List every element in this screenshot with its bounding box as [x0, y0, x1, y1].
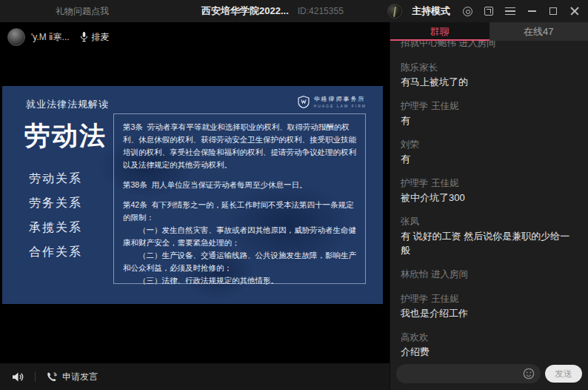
chat-message-text: 被中介坑了300 — [401, 191, 578, 205]
chat-system-text: 招就中心鲍伟 进入房间 — [401, 41, 578, 50]
chat-input-bar: 发送 — [390, 362, 588, 390]
slide-menu-item: 劳动关系 — [29, 172, 82, 185]
chat-message-text: 有 — [401, 113, 578, 128]
streamer-avatar[interactable] — [7, 28, 25, 46]
record-icon[interactable] — [461, 5, 473, 17]
chat-panel: 群聊 在线47 有乔文锐 进入房间招就中心鲍伟 进入房间陈乐家长有马上被坑了的护… — [390, 22, 588, 390]
gift-notice-link[interactable]: 礼物问题点我 — [56, 5, 109, 18]
logo-text-en: HUAGE LAW FIRM — [314, 104, 367, 108]
streamer-name: 'y.M ⅱ寒... — [31, 31, 70, 44]
minimize-button[interactable] — [526, 5, 538, 17]
maximize-button[interactable] — [547, 5, 559, 17]
speaker-icon — [12, 371, 24, 383]
video-stage: 'y.M ⅱ寒... 排麦 就业法律法规解读 — [0, 22, 390, 390]
microphone-icon — [80, 32, 88, 42]
chat-username: 高欢欢 — [401, 331, 578, 345]
chat-username: 张凤 — [401, 215, 578, 229]
law-article-line: 第3条 劳动者享有平等就业和选择职业的权利、取得劳动报酬的权利、休息休假的权利、… — [123, 121, 356, 171]
chat-message-text: 介绍费 — [401, 345, 578, 359]
divider — [35, 371, 36, 382]
tab-online-users[interactable]: 在线47 — [490, 22, 588, 41]
popout-icon[interactable] — [483, 5, 495, 17]
slide-menu-item: 承揽关系 — [29, 221, 82, 234]
speaker-button[interactable] — [12, 371, 24, 383]
shield-icon — [298, 96, 310, 108]
chat-message: 护理学 王佳妮被中介坑了300 — [401, 176, 578, 205]
law-firm-logo: 华格律师事务所 HUAGE LAW FIRM — [298, 95, 367, 108]
law-article-line: 第42条 有下列情形之一的，延长工作时间不受本法第四十一条规定的限制： — [123, 199, 356, 224]
chat-username: 护理学 王佳妮 — [401, 292, 578, 306]
chat-message: 高欢欢介绍费 — [401, 331, 578, 359]
law-article-line: （二）生产设备、交通运输线路、公共设施发生故障，影响生产和公众利益，必须及时抢修… — [123, 249, 356, 274]
presentation-slide: 就业法律法规解读 华格律师事务所 HUAGE LAW FIRM 劳动法 劳动关系… — [2, 86, 383, 304]
mic-queue-label: 排麦 — [92, 31, 110, 44]
chat-message-text: 有 — [401, 152, 578, 166]
tab-group-chat[interactable]: 群聊 — [390, 22, 490, 41]
streamer-userbar: 'y.M ⅱ寒... 排麦 — [7, 28, 110, 46]
law-article-line: 第38条 用人单位应当保证劳动者每周至少休息一日。 — [123, 179, 356, 191]
chat-username: 刘荣 — [401, 138, 578, 152]
spacer — [123, 191, 356, 199]
slide-menu: 劳动关系劳务关系承揽关系合作关系 — [29, 172, 82, 270]
chat-system-message: 林欣怡 进入房间 — [401, 268, 578, 282]
spacer — [123, 171, 356, 179]
stage-bottombar: 申请发言 — [0, 363, 390, 390]
chat-username: 陈乐家长 — [401, 61, 578, 75]
chat-system-message: 招就中心鲍伟 进入房间 — [401, 41, 578, 50]
chat-input-wrap — [396, 364, 541, 383]
titlebar: 礼物问题点我 西安培华学院2022... ID:4215355 主持模式 — [0, 0, 588, 22]
slide-menu-item: 劳务关系 — [29, 196, 82, 210]
logo-text-cn: 华格律师事务所 — [314, 95, 367, 103]
chat-message: 护理学 王佳妮有 — [401, 99, 578, 128]
law-article-line: （一）发生自然灾害、事故或者因其他原因，威胁劳动者生命健康和财产安全，需要紧急处… — [123, 224, 356, 249]
room-id: ID:4215355 — [298, 6, 344, 16]
chat-username: 护理学 王佳妮 — [401, 99, 578, 113]
chat-system-text: 林欣怡 进入房间 — [401, 268, 578, 282]
law-text-box: 第3条 劳动者享有平等就业和选择职业的权利、取得劳动报酬的权利、休息休假的权利、… — [113, 113, 366, 284]
slide-header: 就业法律法规解读 — [26, 98, 109, 111]
chat-message-list[interactable]: 有乔文锐 进入房间招就中心鲍伟 进入房间陈乐家长有马上被坑了的护理学 王佳妮有刘… — [390, 41, 588, 362]
chat-message: 陈乐家长有马上被坑了的 — [401, 61, 578, 89]
emoji-icon[interactable] — [523, 368, 535, 380]
mic-queue-button[interactable]: 排麦 — [80, 31, 110, 44]
room-title-group: 西安培华学院2022... ID:4215355 — [201, 4, 344, 18]
chat-message: 张凤有 说好的工资 然后说你是兼职的少给一般 — [401, 215, 578, 257]
chat-tabs: 群聊 在线47 — [390, 22, 588, 41]
chat-message: 护理学 王佳妮我也是介绍工作 — [401, 292, 578, 320]
law-article-line: （三）法律、行政法规规定的其他情形。 — [123, 274, 356, 287]
chat-message-text: 有马上被坑了的 — [401, 75, 578, 89]
menu-icon[interactable] — [504, 5, 516, 17]
request-speak-icon — [46, 371, 58, 383]
chat-input[interactable] — [405, 368, 523, 379]
close-button[interactable] — [569, 5, 581, 17]
chat-username: 护理学 王佳妮 — [401, 176, 578, 191]
slide-title: 劳动法 — [24, 119, 107, 153]
chat-message-text: 有 说好的工资 然后说你是兼职的少给一般 — [401, 229, 578, 257]
host-mode-label: 主持模式 — [412, 4, 450, 18]
send-button[interactable]: 发送 — [545, 365, 582, 383]
host-avatar[interactable] — [387, 4, 402, 19]
chat-message: 刘荣有 — [401, 138, 578, 166]
room-title: 西安培华学院2022... — [201, 4, 289, 18]
chat-message-text: 我也是介绍工作 — [401, 306, 578, 320]
app-window: 礼物问题点我 西安培华学院2022... ID:4215355 主持模式 'y.… — [0, 0, 588, 390]
request-speak-label: 申请发言 — [62, 371, 98, 383]
request-speak-button[interactable]: 申请发言 — [46, 371, 98, 383]
slide-menu-item: 合作关系 — [29, 245, 82, 259]
